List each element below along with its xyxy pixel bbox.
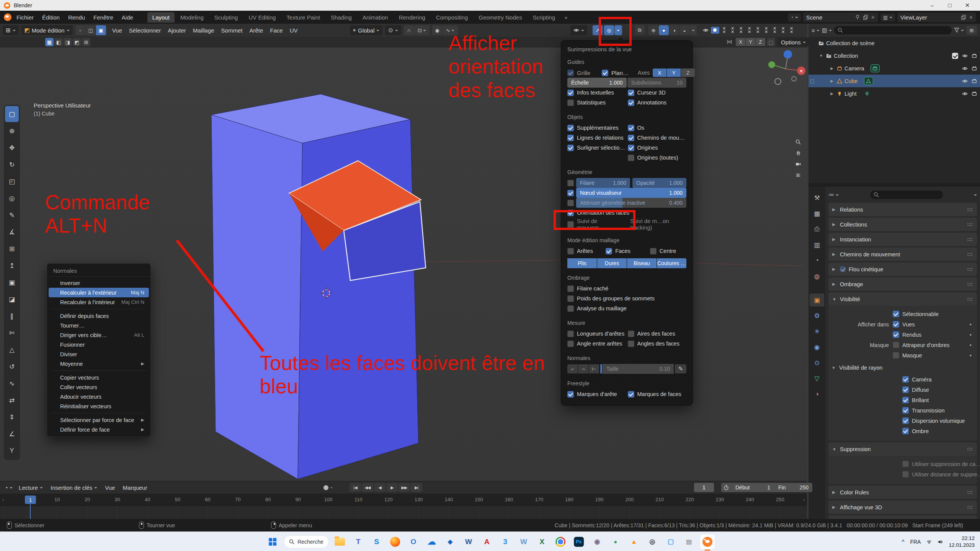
viewport-menu-item[interactable]: Arête [246, 27, 266, 34]
pin-icon[interactable] [855, 15, 860, 20]
expand-arrow-icon[interactable]: › [2, 497, 4, 502]
overlay-option[interactable]: Annotations [628, 98, 687, 108]
gizmo-y-axis[interactable] [768, 61, 775, 68]
checkbox[interactable] [567, 248, 574, 254]
checkbox[interactable] [567, 295, 574, 302]
tool-rotate[interactable]: ↻ [5, 156, 19, 173]
ray-visibility-option[interactable]: Transmission [902, 406, 945, 416]
remove-viewlayer-icon[interactable]: ✕ [969, 15, 973, 20]
ray-visibility-option[interactable]: Dispersion volumique [902, 416, 965, 426]
edge-mark-toggle[interactable]: Plis [567, 258, 597, 268]
viewport-menu-item[interactable]: UV [286, 27, 301, 34]
outliner-row-cube[interactable]: ⬚ ▶ Cube [808, 75, 980, 87]
snap-toggle[interactable]: ∩ [404, 25, 414, 35]
marqueur-menu[interactable]: Marqueur [119, 484, 150, 491]
proportional-edit-toggle[interactable]: ◉ [432, 25, 442, 35]
vues-option[interactable]: Vues [893, 320, 915, 329]
workspace-tab[interactable]: Scripting [528, 12, 560, 23]
context-menu-item[interactable]: Diviser ▶ [49, 349, 149, 359]
checkbox[interactable] [902, 397, 909, 403]
transport-button[interactable]: ◀◀ [362, 483, 373, 492]
tool-loop-cut[interactable]: ∥ [5, 308, 19, 324]
lecture-menu[interactable]: Lecture [16, 484, 46, 491]
material-tab-icon[interactable]: ◑ [810, 388, 824, 401]
wifi-icon[interactable] [926, 539, 932, 544]
panel-header[interactable]: ▶Relations [828, 203, 977, 216]
particles-tab-icon[interactable]: ✳ [810, 325, 824, 338]
tool-shear[interactable]: ∠ [5, 426, 19, 442]
checkbox[interactable] [567, 99, 574, 106]
shading-dropdown[interactable] [690, 25, 697, 35]
checkbox[interactable] [628, 341, 634, 347]
overlay-option[interactable]: Marques d’arête [567, 389, 626, 399]
checkbox[interactable] [567, 341, 574, 347]
ray-visibility-option[interactable]: Ombre [902, 426, 929, 436]
output-tab-icon[interactable]: ⎙ [810, 223, 824, 236]
tool-cursor[interactable]: ⊕ [5, 123, 19, 139]
file-explorer[interactable] [332, 534, 348, 550]
mirror-axis-button[interactable]: X [736, 38, 745, 46]
overlay-option[interactable]: Os [628, 123, 687, 133]
solid-shading-button[interactable]: ● [659, 25, 669, 35]
viewport-menu-item[interactable]: Vue [109, 27, 126, 34]
checkbox[interactable] [650, 248, 657, 254]
cube-front-face[interactable] [211, 115, 302, 479]
hide-eye-icon[interactable] [962, 91, 968, 96]
overlay-option[interactable]: Longueurs d’arêtes [567, 329, 626, 339]
select-invert-mode[interactable]: ◩ [73, 38, 81, 46]
drag-grip-icon[interactable] [967, 223, 973, 226]
drag-grip-icon[interactable] [967, 297, 973, 301]
overlay-option[interactable]: Angles des faces [628, 339, 687, 349]
checkbox[interactable] [902, 471, 909, 478]
checkbox[interactable] [628, 90, 634, 96]
checkbox[interactable] [567, 305, 574, 312]
mirror-axis-button[interactable]: Z [756, 38, 765, 46]
axis-x-toggle[interactable]: X [653, 68, 666, 77]
disclosure-icon[interactable]: ▼ [818, 54, 824, 58]
overlay-option[interactable]: Poids des groupes de sommets [567, 293, 686, 303]
tool-move[interactable]: ✥ [5, 140, 19, 156]
firefox[interactable] [387, 534, 403, 550]
plant[interactable]: ● [608, 534, 624, 550]
placeholder-icon[interactable]: ✕✕ [730, 27, 735, 34]
teams[interactable]: T [350, 534, 366, 550]
disclosure-icon[interactable]: ▶ [829, 79, 835, 83]
context-menu-item[interactable]: Tourner… ▶ [49, 321, 149, 330]
outliner-row-collection[interactable]: ▼ Collection [808, 49, 980, 62]
ray-visibility-option[interactable]: Caméra [902, 375, 932, 385]
checkbox[interactable] [893, 342, 899, 348]
edge-mark-toggle[interactable]: Dures [597, 258, 627, 268]
checkbox[interactable] [893, 311, 899, 317]
filter-dropdown[interactable] [954, 28, 964, 33]
show-gizmo-toggle[interactable]: ↗ [593, 25, 603, 35]
panel-header[interactable]: ▶Collections [828, 218, 977, 231]
navigation-gizmo[interactable]: ✕ [768, 50, 805, 85]
object-data-tab-icon[interactable]: ▽ [810, 372, 824, 385]
checkbox[interactable] [567, 135, 574, 141]
word[interactable]: W [461, 534, 477, 550]
falloff-dropdown[interactable]: ∿ [443, 25, 458, 35]
drag-grip-icon[interactable] [967, 208, 973, 211]
pivot-dropdown[interactable]: ⊙ [385, 25, 401, 35]
overlay-option[interactable]: Arêtes [567, 246, 606, 256]
ray-visibility-option[interactable]: Diffuse [902, 385, 929, 395]
end-frame-field[interactable]: Fin250 [774, 484, 812, 491]
placeholder-icon[interactable]: ✕✕ [722, 27, 727, 34]
drag-grip-icon[interactable] [967, 282, 973, 286]
stopwatch-icon[interactable] [724, 485, 729, 490]
gizmo-minus-axis-2[interactable] [792, 77, 796, 81]
axis-z-toggle[interactable]: Z [681, 68, 695, 77]
outliner-search-input[interactable] [834, 26, 952, 34]
checkbox[interactable] [902, 386, 909, 393]
tool-annotate[interactable]: ✎ [5, 207, 19, 223]
insertion-cles-menu[interactable]: Insertion de clés [47, 484, 100, 491]
overlay-option[interactable]: Origines [628, 143, 687, 153]
overlay-option[interactable]: Analyse du maillage [567, 303, 686, 313]
timeline-ruler[interactable]: 1 10203040506070809010011012013014015016… [0, 494, 807, 506]
placeholder-icon[interactable]: ✕✕ [789, 27, 794, 34]
checkbox[interactable] [628, 331, 634, 337]
defender[interactable]: ◆ [442, 534, 458, 550]
options-dropdown[interactable]: Options [778, 38, 809, 46]
transport-button[interactable]: ▶ [386, 483, 398, 492]
outliner-row-light[interactable]: ▶ Light [808, 87, 980, 100]
